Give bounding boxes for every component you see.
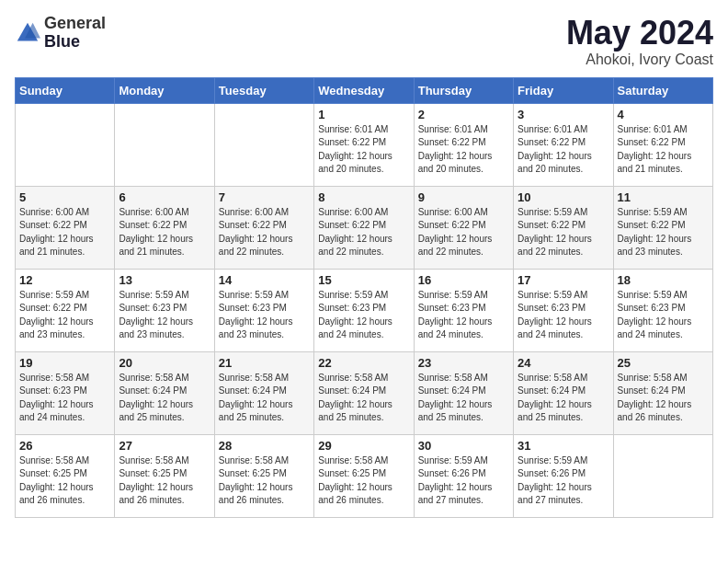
logo-icon — [15, 20, 40, 46]
calendar-cell: 2Sunrise: 6:01 AM Sunset: 6:22 PM Daylig… — [414, 103, 513, 186]
calendar-week-row: 12Sunrise: 5:59 AM Sunset: 6:22 PM Dayli… — [16, 269, 713, 351]
calendar-cell: 22Sunrise: 5:58 AM Sunset: 6:24 PM Dayli… — [314, 351, 414, 434]
calendar-week-row: 1Sunrise: 6:01 AM Sunset: 6:22 PM Daylig… — [16, 103, 713, 186]
day-of-week-header: Monday — [115, 77, 214, 103]
day-number: 17 — [518, 273, 609, 287]
day-info: Sunrise: 5:59 AM Sunset: 6:22 PM Dayligh… — [19, 289, 110, 342]
day-of-week-header: Tuesday — [214, 77, 313, 103]
day-info: Sunrise: 6:01 AM Sunset: 6:22 PM Dayligh… — [618, 123, 709, 177]
day-number: 27 — [119, 439, 210, 453]
day-number: 2 — [418, 108, 509, 121]
day-info: Sunrise: 5:59 AM Sunset: 6:22 PM Dayligh… — [518, 206, 609, 259]
day-number: 9 — [418, 190, 509, 204]
day-info: Sunrise: 5:59 AM Sunset: 6:23 PM Dayligh… — [119, 289, 210, 342]
day-number: 28 — [219, 439, 310, 453]
calendar-cell: 14Sunrise: 5:59 AM Sunset: 6:23 PM Dayli… — [214, 269, 313, 351]
calendar-cell: 8Sunrise: 6:00 AM Sunset: 6:22 PM Daylig… — [314, 186, 414, 269]
day-info: Sunrise: 5:58 AM Sunset: 6:24 PM Dayligh… — [219, 372, 310, 425]
day-info: Sunrise: 5:59 AM Sunset: 6:26 PM Dayligh… — [518, 454, 609, 508]
day-number: 8 — [318, 190, 409, 204]
calendar-cell — [16, 103, 115, 186]
day-info: Sunrise: 5:59 AM Sunset: 6:26 PM Dayligh… — [418, 454, 509, 508]
calendar-cell: 27Sunrise: 5:58 AM Sunset: 6:25 PM Dayli… — [115, 434, 214, 517]
calendar-cell: 15Sunrise: 5:59 AM Sunset: 6:23 PM Dayli… — [314, 269, 414, 351]
day-info: Sunrise: 5:58 AM Sunset: 6:24 PM Dayligh… — [119, 372, 210, 425]
day-number: 5 — [19, 190, 110, 204]
day-number: 31 — [518, 439, 609, 453]
day-info: Sunrise: 5:59 AM Sunset: 6:23 PM Dayligh… — [318, 289, 409, 342]
title-block: May 2024 Ahokoi, Ivory Coast — [566, 15, 713, 68]
calendar-week-row: 26Sunrise: 5:58 AM Sunset: 6:25 PM Dayli… — [16, 434, 713, 517]
calendar-cell — [613, 434, 712, 517]
day-info: Sunrise: 5:59 AM Sunset: 6:23 PM Dayligh… — [418, 289, 509, 342]
day-info: Sunrise: 5:58 AM Sunset: 6:25 PM Dayligh… — [19, 454, 110, 508]
day-info: Sunrise: 6:00 AM Sunset: 6:22 PM Dayligh… — [19, 206, 110, 259]
day-number: 15 — [318, 273, 409, 287]
logo-line2: Blue — [44, 33, 106, 52]
calendar-cell: 25Sunrise: 5:58 AM Sunset: 6:24 PM Dayli… — [613, 351, 712, 434]
day-info: Sunrise: 5:59 AM Sunset: 6:22 PM Dayligh… — [618, 206, 709, 259]
calendar-week-row: 5Sunrise: 6:00 AM Sunset: 6:22 PM Daylig… — [16, 186, 713, 269]
calendar-cell: 3Sunrise: 6:01 AM Sunset: 6:22 PM Daylig… — [514, 103, 613, 186]
day-info: Sunrise: 5:58 AM Sunset: 6:25 PM Dayligh… — [119, 454, 210, 508]
day-info: Sunrise: 6:01 AM Sunset: 6:22 PM Dayligh… — [518, 123, 609, 177]
day-number: 29 — [318, 439, 409, 453]
day-info: Sunrise: 5:58 AM Sunset: 6:24 PM Dayligh… — [618, 372, 709, 425]
calendar-table: SundayMondayTuesdayWednesdayThursdayFrid… — [15, 77, 713, 518]
day-number: 22 — [318, 356, 409, 370]
day-of-week-header: Sunday — [16, 77, 115, 103]
calendar-cell — [115, 103, 214, 186]
calendar-cell: 13Sunrise: 5:59 AM Sunset: 6:23 PM Dayli… — [115, 269, 214, 351]
calendar-cell: 12Sunrise: 5:59 AM Sunset: 6:22 PM Dayli… — [16, 269, 115, 351]
calendar-cell: 6Sunrise: 6:00 AM Sunset: 6:22 PM Daylig… — [115, 186, 214, 269]
calendar-cell: 30Sunrise: 5:59 AM Sunset: 6:26 PM Dayli… — [414, 434, 513, 517]
day-info: Sunrise: 6:01 AM Sunset: 6:22 PM Dayligh… — [318, 123, 409, 177]
logo: General Blue — [15, 15, 106, 52]
calendar-location: Ahokoi, Ivory Coast — [566, 52, 713, 68]
calendar-cell: 23Sunrise: 5:58 AM Sunset: 6:24 PM Dayli… — [414, 351, 513, 434]
calendar-cell: 19Sunrise: 5:58 AM Sunset: 6:23 PM Dayli… — [16, 351, 115, 434]
day-number: 21 — [219, 356, 310, 370]
day-number: 18 — [618, 273, 709, 287]
calendar-cell: 21Sunrise: 5:58 AM Sunset: 6:24 PM Dayli… — [214, 351, 313, 434]
day-info: Sunrise: 5:58 AM Sunset: 6:24 PM Dayligh… — [518, 372, 609, 425]
day-info: Sunrise: 5:58 AM Sunset: 6:25 PM Dayligh… — [318, 454, 409, 508]
calendar-cell: 4Sunrise: 6:01 AM Sunset: 6:22 PM Daylig… — [613, 103, 712, 186]
day-number: 10 — [518, 190, 609, 204]
day-number: 20 — [119, 356, 210, 370]
calendar-cell: 16Sunrise: 5:59 AM Sunset: 6:23 PM Dayli… — [414, 269, 513, 351]
calendar-cell: 26Sunrise: 5:58 AM Sunset: 6:25 PM Dayli… — [16, 434, 115, 517]
page-header: General Blue May 2024 Ahokoi, Ivory Coas… — [15, 15, 713, 68]
day-info: Sunrise: 5:58 AM Sunset: 6:24 PM Dayligh… — [418, 372, 509, 425]
day-number: 19 — [19, 356, 110, 370]
day-info: Sunrise: 6:01 AM Sunset: 6:22 PM Dayligh… — [418, 123, 509, 177]
day-number: 24 — [518, 356, 609, 370]
day-info: Sunrise: 5:59 AM Sunset: 6:23 PM Dayligh… — [219, 289, 310, 342]
day-info: Sunrise: 5:58 AM Sunset: 6:25 PM Dayligh… — [219, 454, 310, 508]
day-number: 11 — [618, 190, 709, 204]
calendar-week-row: 19Sunrise: 5:58 AM Sunset: 6:23 PM Dayli… — [16, 351, 713, 434]
calendar-cell: 7Sunrise: 6:00 AM Sunset: 6:22 PM Daylig… — [214, 186, 313, 269]
day-info: Sunrise: 5:59 AM Sunset: 6:23 PM Dayligh… — [618, 289, 709, 342]
day-of-week-header: Saturday — [613, 77, 712, 103]
day-number: 30 — [418, 439, 509, 453]
calendar-cell: 10Sunrise: 5:59 AM Sunset: 6:22 PM Dayli… — [514, 186, 613, 269]
day-number: 25 — [618, 356, 709, 370]
calendar-cell: 1Sunrise: 6:01 AM Sunset: 6:22 PM Daylig… — [314, 103, 414, 186]
calendar-cell: 20Sunrise: 5:58 AM Sunset: 6:24 PM Dayli… — [115, 351, 214, 434]
day-number: 26 — [19, 439, 110, 453]
day-number: 3 — [518, 108, 609, 121]
day-info: Sunrise: 6:00 AM Sunset: 6:22 PM Dayligh… — [318, 206, 409, 259]
day-number: 23 — [418, 356, 509, 370]
day-number: 1 — [318, 108, 409, 121]
logo-line1: General — [44, 15, 106, 33]
calendar-month: May 2024 — [566, 15, 713, 52]
calendar-cell: 9Sunrise: 6:00 AM Sunset: 6:22 PM Daylig… — [414, 186, 513, 269]
day-number: 4 — [618, 108, 709, 121]
calendar-cell: 24Sunrise: 5:58 AM Sunset: 6:24 PM Dayli… — [514, 351, 613, 434]
day-info: Sunrise: 6:00 AM Sunset: 6:22 PM Dayligh… — [219, 206, 310, 259]
day-info: Sunrise: 5:58 AM Sunset: 6:23 PM Dayligh… — [19, 372, 110, 425]
day-number: 14 — [219, 273, 310, 287]
calendar-cell: 17Sunrise: 5:59 AM Sunset: 6:23 PM Dayli… — [514, 269, 613, 351]
day-info: Sunrise: 6:00 AM Sunset: 6:22 PM Dayligh… — [119, 206, 210, 259]
